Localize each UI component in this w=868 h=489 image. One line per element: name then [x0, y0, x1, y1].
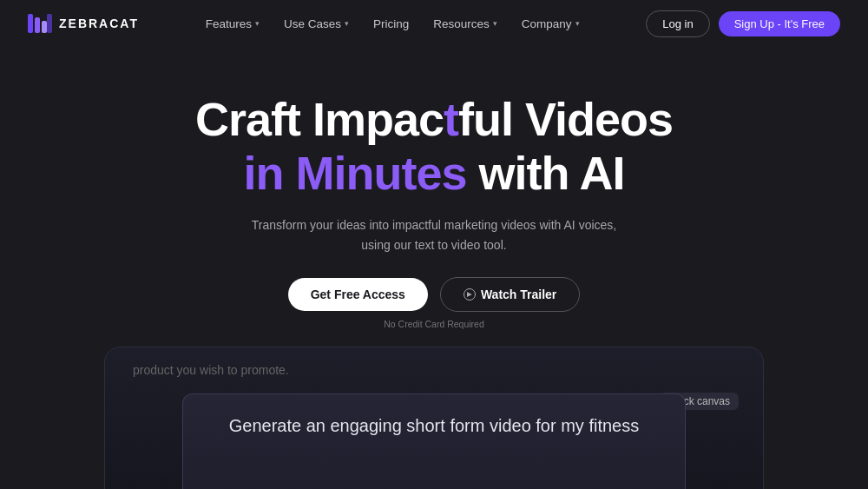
nav-links: Features ▾ Use Cases ▾ Pricing Resources…: [195, 12, 590, 36]
no-card-label: No Credit Card Required: [384, 319, 484, 329]
features-chevron-icon: ▾: [255, 19, 260, 28]
hero-title-line2: in Minutes with AI: [244, 147, 625, 199]
nav-features[interactable]: Features ▾: [195, 12, 270, 36]
navbar: ZEBRACAT Features ▾ Use Cases ▾ Pricing …: [0, 0, 868, 47]
subtitle-line2: using our text to video tool.: [361, 238, 506, 252]
use-cases-chevron-icon: ▾: [345, 19, 349, 28]
svg-rect-0: [28, 14, 33, 33]
craft-text: Craft Impac: [195, 93, 444, 145]
video-preview-container: product you wish to promote. Video type …: [104, 347, 764, 489]
video-inner-card: Generate an engaging short form video fo…: [182, 393, 686, 489]
preview-top-text: product you wish to promote.: [133, 363, 289, 377]
zebracat-logo-icon: [28, 14, 52, 33]
logo-text: ZEBRACAT: [59, 17, 139, 30]
svg-rect-3: [47, 14, 52, 33]
subtitle-line1: Transform your ideas into impactful mark…: [252, 218, 616, 232]
highlight-t: t: [444, 93, 458, 145]
video-preview: product you wish to promote. Video type …: [104, 347, 764, 489]
watch-trailer-button[interactable]: ▶ Watch Trailer: [440, 277, 580, 312]
play-icon: ▶: [464, 288, 476, 301]
svg-rect-2: [42, 21, 47, 33]
signup-button[interactable]: Sign Up - It's Free: [719, 11, 840, 36]
in-minutes-text: in Minutes: [244, 147, 467, 199]
get-free-access-button[interactable]: Get Free Access: [288, 278, 428, 311]
video-prompt-text: Generate an engaging short form video fo…: [207, 413, 661, 438]
nav-resources[interactable]: Resources ▾: [423, 12, 508, 36]
svg-rect-1: [35, 17, 40, 33]
company-chevron-icon: ▾: [575, 19, 580, 28]
login-button[interactable]: Log in: [646, 10, 709, 37]
hero-title: Craft Impactful Videos in Minutes with A…: [195, 92, 673, 200]
nav-pricing[interactable]: Pricing: [363, 12, 419, 36]
resources-chevron-icon: ▾: [493, 19, 497, 28]
ful-videos-text: ful Videos: [458, 93, 673, 145]
hero-section: Craft Impactful Videos in Minutes with A…: [0, 47, 868, 489]
hero-title-line1: Craft Impactful Videos: [195, 93, 673, 145]
hero-subtitle: Transform your ideas into impactful mark…: [252, 215, 616, 254]
with-ai-text: with AI: [467, 147, 625, 199]
nav-use-cases[interactable]: Use Cases ▾: [273, 12, 359, 36]
nav-company[interactable]: Company ▾: [511, 12, 590, 36]
nav-actions: Log in Sign Up - It's Free: [646, 10, 840, 37]
logo[interactable]: ZEBRACAT: [28, 14, 139, 33]
hero-buttons: Get Free Access ▶ Watch Trailer: [288, 277, 581, 312]
